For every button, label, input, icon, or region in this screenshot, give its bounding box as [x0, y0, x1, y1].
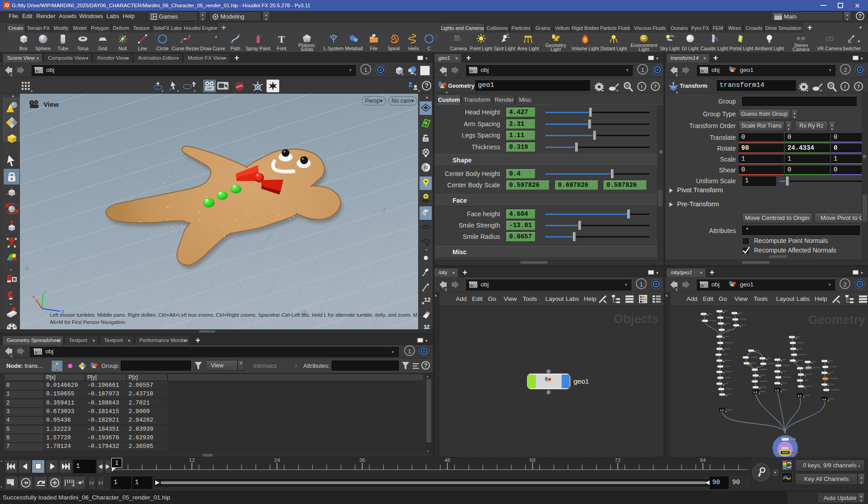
svg-text:12: 12 — [424, 296, 430, 303]
svg-text:x: x — [33, 294, 35, 300]
svg-text:1:2: 1:2 — [798, 394, 802, 397]
svg-text:1:2: 1:2 — [822, 398, 827, 401]
svg-text:1:2: 1:2 — [775, 389, 780, 392]
svg-text:1:2: 1:2 — [754, 390, 758, 394]
svg-text:T: T — [278, 33, 285, 45]
svg-text:y: y — [43, 290, 46, 295]
svg-text:WIP: WIP — [207, 87, 212, 90]
svg-text:1:2: 1:2 — [720, 409, 725, 412]
